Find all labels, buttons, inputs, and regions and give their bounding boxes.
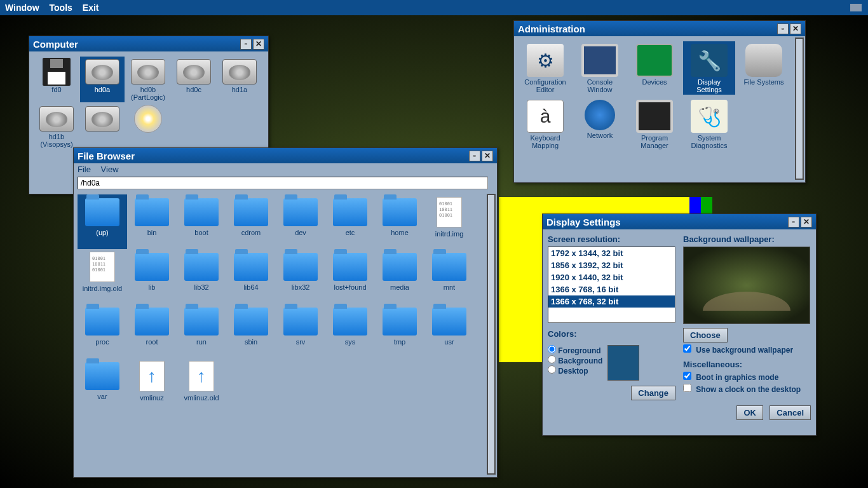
resolution-list[interactable]: 1792 x 1344, 32 bit1856 x 1392, 32 bit19… bbox=[548, 247, 675, 323]
kbd-icon: à bbox=[527, 100, 564, 133]
folder-icon bbox=[135, 198, 169, 226]
admin-item[interactable]: Program Manager bbox=[628, 97, 681, 151]
radio-desktop[interactable]: Desktop bbox=[548, 365, 602, 376]
file-item[interactable]: tmp bbox=[375, 304, 424, 358]
drive-item[interactable]: fd0 bbox=[34, 57, 79, 102]
hdd-icon bbox=[222, 59, 257, 85]
resolution-option[interactable]: 1792 x 1344, 32 bit bbox=[548, 247, 675, 259]
menu-file[interactable]: File bbox=[78, 165, 91, 174]
close-button[interactable]: ✕ bbox=[253, 39, 264, 50]
file-item[interactable]: lib bbox=[127, 249, 177, 304]
drive-item[interactable]: hd0a bbox=[80, 57, 125, 102]
hdd-icon bbox=[177, 59, 211, 85]
checkbox-show-clock[interactable]: Show a clock on the desktop bbox=[683, 385, 801, 394]
resolution-option[interactable]: 1856 x 1392, 32 bit bbox=[548, 259, 675, 271]
admin-item[interactable]: Console Window bbox=[574, 41, 626, 95]
path-input[interactable] bbox=[78, 177, 488, 189]
radio-foreground[interactable]: Foreground bbox=[548, 345, 602, 355]
admin-grid: ⚙Configuration EditorConsole WindowDevic… bbox=[517, 39, 803, 153]
file-item[interactable]: lib32 bbox=[177, 249, 226, 304]
resolution-option[interactable]: 1366 x 768, 16 bit bbox=[548, 283, 675, 295]
file-item[interactable]: root bbox=[127, 304, 177, 358]
folder-icon bbox=[283, 308, 318, 336]
file-item[interactable]: sys bbox=[325, 304, 375, 358]
file-item[interactable]: 01001 10011 01001initrd.img.old bbox=[78, 249, 127, 304]
titlebar-administration[interactable]: Administration ▫ ✕ bbox=[514, 21, 805, 36]
resolution-option[interactable]: 1366 x 768, 32 bit bbox=[548, 295, 675, 308]
cd-icon bbox=[134, 105, 162, 133]
minimize-button[interactable]: ▫ bbox=[240, 39, 252, 50]
file-item[interactable]: usr bbox=[424, 304, 474, 358]
admin-item[interactable]: 🩺System Diagnostics bbox=[683, 97, 735, 151]
minimized-indicator[interactable] bbox=[850, 4, 862, 11]
color-bar bbox=[689, 197, 712, 214]
file-item[interactable]: vmlinuz.old bbox=[177, 358, 226, 413]
admin-item[interactable]: àKeyboard Mapping bbox=[519, 97, 571, 151]
menu-window[interactable]: Window bbox=[5, 3, 39, 13]
file-item[interactable]: mnt bbox=[424, 249, 474, 304]
file-item[interactable]: lost+found bbox=[325, 249, 375, 304]
checkbox-boot-graphics[interactable]: Boot in graphics mode bbox=[683, 373, 778, 382]
folder-icon bbox=[184, 253, 219, 281]
admin-item[interactable]: Devices bbox=[628, 41, 681, 95]
drive-item[interactable]: hd0b (PartLogic) bbox=[126, 57, 170, 102]
minimize-button[interactable]: ▫ bbox=[469, 151, 480, 161]
admin-item[interactable]: Network bbox=[574, 97, 626, 151]
drive-item[interactable]: hd1a bbox=[217, 57, 262, 102]
file-item[interactable]: media bbox=[375, 249, 424, 304]
change-button[interactable]: Change bbox=[631, 386, 675, 400]
file-item[interactable]: etc bbox=[325, 194, 375, 249]
file-item[interactable]: var bbox=[78, 358, 127, 413]
titlebar-display-settings[interactable]: Display Settings ▫ ✕ bbox=[543, 214, 816, 229]
file-item[interactable]: 01001 10011 01001initrd.img bbox=[424, 194, 474, 249]
drive-item[interactable]: hd0c bbox=[172, 57, 216, 102]
file-item[interactable]: boot bbox=[177, 194, 226, 249]
file-label: var bbox=[79, 393, 126, 400]
file-item[interactable]: (up) bbox=[78, 194, 127, 249]
drive-item[interactable] bbox=[126, 104, 170, 149]
cancel-button[interactable]: Cancel bbox=[770, 405, 811, 420]
drive-label: hd1a bbox=[219, 86, 261, 93]
file-item[interactable]: bin bbox=[127, 194, 177, 249]
minimize-button[interactable]: ▫ bbox=[777, 24, 789, 34]
color-radio-group: Foreground Background Desktop bbox=[548, 345, 602, 381]
file-item[interactable]: proc bbox=[78, 304, 127, 358]
file-item[interactable]: home bbox=[375, 194, 424, 249]
admin-item[interactable]: File Systems bbox=[738, 41, 790, 95]
admin-item[interactable]: 🔧Display Settings bbox=[683, 41, 735, 95]
file-item[interactable]: dev bbox=[276, 194, 325, 249]
admin-item[interactable]: ⚙Configuration Editor bbox=[519, 41, 571, 95]
ok-button[interactable]: OK bbox=[736, 405, 763, 420]
admin-label: System Diagnostics bbox=[684, 134, 734, 149]
menu-exit[interactable]: Exit bbox=[83, 3, 99, 13]
file-label: dev bbox=[277, 229, 324, 236]
file-label: tmp bbox=[376, 338, 423, 346]
file-label: lost+found bbox=[327, 283, 374, 291]
radio-background[interactable]: Background bbox=[548, 355, 602, 365]
scrollbar[interactable] bbox=[795, 37, 804, 180]
menu-tools[interactable]: Tools bbox=[50, 3, 72, 13]
file-item[interactable]: cdrom bbox=[226, 194, 276, 249]
close-button[interactable]: ✕ bbox=[790, 24, 801, 34]
folder-icon bbox=[184, 308, 219, 336]
resolution-option[interactable]: 1920 x 1440, 32 bit bbox=[548, 271, 675, 283]
minimize-button[interactable]: ▫ bbox=[788, 217, 799, 227]
file-label: usr bbox=[426, 338, 473, 346]
drive-item[interactable]: hd1b (Visopsys) bbox=[34, 104, 79, 149]
menu-view[interactable]: View bbox=[101, 165, 119, 174]
file-item[interactable]: srv bbox=[276, 304, 325, 358]
file-item[interactable]: libx32 bbox=[276, 249, 325, 304]
choose-button[interactable]: Choose bbox=[683, 328, 728, 342]
close-button[interactable]: ✕ bbox=[482, 151, 493, 161]
file-item[interactable]: vmlinuz bbox=[127, 358, 177, 413]
title-computer: Computer bbox=[33, 39, 239, 50]
scrollbar[interactable] bbox=[487, 194, 496, 475]
titlebar-computer[interactable]: Computer ▫ ✕ bbox=[29, 36, 268, 51]
close-button[interactable]: ✕ bbox=[801, 217, 812, 227]
file-item[interactable]: lib64 bbox=[226, 249, 276, 304]
checkbox-use-wallpaper[interactable]: Use background wallpaper bbox=[683, 346, 793, 355]
file-item[interactable]: sbin bbox=[226, 304, 276, 358]
file-item[interactable]: run bbox=[177, 304, 226, 358]
drive-item[interactable] bbox=[80, 104, 125, 149]
titlebar-file-browser[interactable]: File Browser ▫ ✕ bbox=[74, 148, 497, 163]
